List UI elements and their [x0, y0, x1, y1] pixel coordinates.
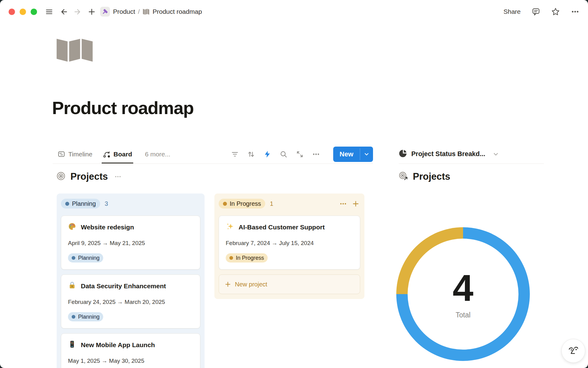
- expand-icon[interactable]: [296, 150, 304, 158]
- column-planning-cards: Website redesign April 9, 2025 → May 21,…: [57, 216, 205, 368]
- card-status-pill: In Progress: [226, 253, 268, 263]
- page-map-icon[interactable]: [56, 36, 93, 66]
- status-dot: [223, 202, 227, 206]
- sort-icon[interactable]: [247, 150, 255, 158]
- card-status-pill: Planning: [68, 312, 103, 321]
- search-icon[interactable]: [280, 150, 288, 158]
- status-dot: [72, 256, 75, 260]
- close-window-button[interactable]: [9, 9, 15, 15]
- card-ai-support[interactable]: AI-Based Customer Support February 7, 20…: [219, 216, 360, 270]
- zoom-window-button[interactable]: [31, 9, 37, 15]
- new-project-button[interactable]: New project: [219, 274, 360, 294]
- card-title: AI-Based Customer Support: [239, 224, 325, 231]
- back-icon[interactable]: [60, 8, 68, 16]
- chart-selector-title: Project Status Breakd...: [411, 150, 485, 158]
- column-in-progress: In Progress 1: [214, 194, 364, 299]
- tab-more-views[interactable]: 6 more...: [144, 145, 172, 163]
- page-title[interactable]: Product roadmap: [52, 98, 194, 118]
- card-mobile-app[interactable]: New Mobile App Launch May 1, 2025 → May …: [61, 333, 200, 368]
- status-label: In Progress: [236, 255, 264, 261]
- comments-icon[interactable]: [532, 7, 540, 16]
- sidebar-menu-icon[interactable]: [45, 8, 53, 16]
- column-more-icon[interactable]: [339, 200, 347, 208]
- donut-hole: 4 Total: [408, 239, 518, 350]
- tab-more-label: 6 more...: [145, 151, 170, 158]
- titlebar-actions: Share: [503, 7, 579, 16]
- new-page-icon[interactable]: [88, 8, 96, 16]
- forward-icon[interactable]: [73, 8, 81, 16]
- pie-chart-icon: [399, 149, 407, 159]
- tab-timeline[interactable]: Timeline: [56, 145, 94, 163]
- titlebar: Product / Product roadmap Share: [0, 0, 588, 23]
- ai-assistant-button[interactable]: [561, 339, 585, 363]
- chevron-down-icon: [492, 151, 499, 158]
- database-panel: Timeline Board 6 more...: [53, 145, 373, 368]
- view-more-icon[interactable]: [312, 150, 320, 158]
- status-label: Planning: [72, 200, 96, 207]
- app-window: Product / Product roadmap Share Product …: [0, 0, 588, 368]
- status-label: Planning: [78, 255, 100, 261]
- breadcrumb-team[interactable]: Product: [113, 8, 135, 15]
- status-label: In Progress: [230, 200, 261, 207]
- board-heading: Projects: [53, 171, 373, 183]
- linked-target-icon: [399, 171, 408, 182]
- status-label: Planning: [78, 314, 100, 320]
- status-pill-in-progress[interactable]: In Progress: [219, 199, 265, 209]
- view-tabs-row: Timeline Board 6 more...: [53, 145, 373, 164]
- target-icon: [57, 172, 65, 182]
- status-dot: [229, 256, 233, 260]
- breadcrumb-separator: /: [138, 8, 140, 15]
- card-title: New Mobile App Launch: [81, 341, 155, 349]
- automation-bolt-icon[interactable]: [263, 150, 271, 158]
- breadcrumb-page[interactable]: Product roadmap: [153, 8, 202, 15]
- column-in-progress-cards: AI-Based Customer Support February 7, 20…: [214, 216, 364, 270]
- tab-timeline-label: Timeline: [68, 151, 92, 158]
- status-dot: [65, 202, 69, 206]
- card-dates: February 7, 2024 → July 15, 2024: [226, 240, 353, 247]
- card-dates: May 1, 2025 → May 30, 2025: [68, 358, 193, 364]
- card-dates: February 24, 2025 → March 20, 2025: [68, 299, 193, 305]
- chart-heading: Projects: [399, 171, 544, 183]
- share-button[interactable]: Share: [503, 8, 521, 15]
- mobile-icon: [68, 340, 76, 350]
- column-in-progress-header: In Progress 1: [214, 194, 364, 209]
- lock-icon: [68, 281, 76, 291]
- tab-board[interactable]: Board: [102, 145, 134, 163]
- filter-icon[interactable]: [231, 150, 239, 158]
- column-planning: Planning 3 Website redesign April 9, 202…: [57, 194, 205, 368]
- donut-total-label: Total: [456, 311, 471, 319]
- new-button-group: New: [333, 147, 373, 162]
- sparkles-icon: [226, 222, 234, 232]
- view-toolbar: New: [231, 147, 373, 162]
- board-more-icon[interactable]: [114, 173, 122, 180]
- breadcrumb: Product / Product roadmap: [100, 7, 202, 17]
- new-button[interactable]: New: [333, 147, 360, 162]
- chart-selector[interactable]: Project Status Breakd...: [399, 145, 544, 164]
- card-data-security[interactable]: Data Security Enhancement February 24, 2…: [61, 274, 200, 328]
- board-title[interactable]: Projects: [70, 171, 108, 182]
- chart-board-title[interactable]: Projects: [413, 171, 450, 182]
- status-dot: [72, 315, 75, 319]
- card-status-pill: Planning: [68, 253, 103, 263]
- column-add-icon[interactable]: [352, 200, 360, 208]
- team-hammer-icon[interactable]: [100, 7, 110, 17]
- column-count: 1: [270, 200, 273, 207]
- donut-chart[interactable]: 4 Total: [396, 227, 530, 361]
- favorite-star-icon[interactable]: [551, 7, 560, 16]
- more-options-icon[interactable]: [571, 7, 579, 16]
- page-map-mini-icon: [142, 8, 150, 15]
- palette-icon: [68, 222, 76, 232]
- donut-total-value: 4: [453, 269, 473, 307]
- new-project-label: New project: [235, 281, 267, 288]
- column-planning-header: Planning 3: [57, 194, 205, 209]
- status-pill-planning[interactable]: Planning: [61, 199, 100, 209]
- ai-face-icon: [567, 344, 580, 357]
- card-dates: April 9, 2025 → May 21, 2025: [68, 240, 193, 247]
- card-website-redesign[interactable]: Website redesign April 9, 2025 → May 21,…: [61, 216, 200, 270]
- chart-panel: Project Status Breakd... Projects 4 Tota…: [399, 145, 544, 361]
- minimize-window-button[interactable]: [20, 9, 26, 15]
- window-controls: [9, 9, 37, 15]
- card-title: Data Security Enhancement: [81, 282, 166, 290]
- new-dropdown-chevron-icon[interactable]: [360, 147, 373, 162]
- kanban-columns: Planning 3 Website redesign April 9, 202…: [53, 194, 373, 368]
